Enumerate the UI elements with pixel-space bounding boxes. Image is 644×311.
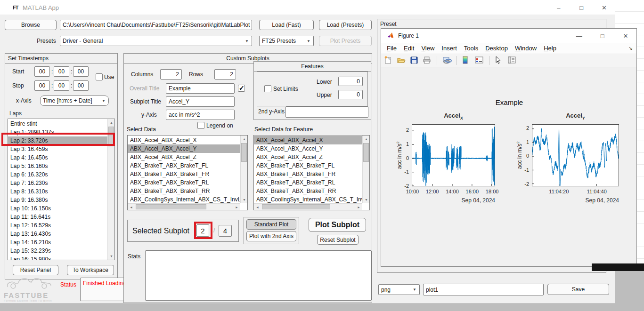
plot-with-2nd-axis-button[interactable]: Plot with 2nd Axis bbox=[246, 231, 296, 241]
format-dropdown[interactable]: png▼ bbox=[378, 284, 420, 295]
list-item[interactable]: Lap 15: 32.239s bbox=[8, 247, 107, 255]
laps-listbox[interactable]: Entire stintLap 1: 2898.137sLap 2: 33.72… bbox=[8, 119, 115, 260]
property-editor-icon[interactable] bbox=[507, 56, 517, 65]
stop-minute-field[interactable]: 00 bbox=[54, 80, 69, 91]
selected-subplot-current[interactable]: 2 bbox=[196, 224, 209, 237]
menu-tools[interactable]: Tools bbox=[464, 45, 478, 52]
list-item[interactable]: Lap 3: 16.459s bbox=[8, 145, 107, 153]
menu-insert[interactable]: Insert bbox=[441, 45, 457, 52]
ft25-presets-dropdown[interactable]: FT25 Presets▼ bbox=[259, 36, 314, 46]
stats-textarea[interactable] bbox=[145, 250, 372, 301]
figure-close-button[interactable]: ✕ bbox=[615, 29, 636, 43]
set-limits-checkbox[interactable] bbox=[264, 85, 271, 92]
open-file-icon[interactable] bbox=[397, 56, 406, 65]
plot-presets-button[interactable]: Plot Presets bbox=[319, 36, 372, 46]
list-item[interactable]: ABX_BrakeT_ABX_BrakeT_RL bbox=[128, 178, 240, 187]
list-item[interactable]: ABX_Accel_ABX_Accel_Y bbox=[254, 144, 362, 153]
stop-hour-field[interactable]: 00 bbox=[34, 80, 50, 91]
presets-dropdown[interactable]: Driver - General▼ bbox=[60, 36, 252, 46]
dock-arrow-icon[interactable]: ↘ bbox=[628, 45, 633, 51]
x-axis-dropdown[interactable]: Time [h:m:s + Date]▼ bbox=[40, 96, 109, 106]
menu-window[interactable]: Window bbox=[515, 45, 537, 52]
list-item[interactable]: Lap 14: 16.210s bbox=[8, 238, 107, 247]
list-item[interactable]: ABX_Accel_ABX_Accel_X bbox=[254, 136, 362, 144]
menu-help[interactable]: Help bbox=[544, 45, 556, 52]
upper-field[interactable]: 0 bbox=[338, 90, 363, 99]
overall-title-checkbox[interactable] bbox=[238, 85, 245, 92]
use-checkbox[interactable] bbox=[96, 73, 103, 80]
list-item[interactable]: Lap 2: 33.720s bbox=[8, 136, 107, 145]
filename-field[interactable]: plot1 bbox=[423, 284, 544, 295]
list-item[interactable]: Lap 9: 16.380s bbox=[8, 196, 107, 204]
list-item[interactable]: ABX_CoolingSys_Internal_ABX_CS_T_InvL bbox=[254, 195, 362, 203]
list-item[interactable]: ABX_Accel_ABX_Accel_Z bbox=[254, 153, 362, 161]
scroll-down-icon[interactable]: ▼ bbox=[363, 196, 370, 203]
list-item[interactable]: Lap 7: 16.230s bbox=[8, 179, 107, 187]
load-fast-button[interactable]: Load (Fast) bbox=[259, 20, 314, 30]
list-item[interactable]: ABX_BrakeT_ABX_BrakeT_FL bbox=[254, 161, 362, 170]
load-presets-button[interactable]: Load (Presets) bbox=[319, 20, 372, 30]
list-item[interactable]: ABX_BrakeT_ABX_BrakeT_FR bbox=[254, 170, 362, 178]
scroll-thumb[interactable] bbox=[241, 143, 247, 162]
maximize-button[interactable]: □ bbox=[571, 0, 592, 15]
list-item[interactable]: Lap 10: 16.150s bbox=[8, 204, 107, 213]
list-item[interactable]: ABX_BrakeT_ABX_BrakeT_RL bbox=[254, 178, 362, 187]
reset-subplot-button[interactable]: Reset Subplot bbox=[317, 235, 359, 245]
list-item[interactable]: ABX_BrakeT_ABX_BrakeT_RR bbox=[254, 187, 362, 195]
figure-minimize-button[interactable]: — bbox=[568, 29, 590, 43]
list-item[interactable]: ABX_Accel_ABX_Accel_Z bbox=[128, 153, 240, 161]
feature-data-listbox[interactable]: ABX_Accel_ABX_Accel_XABX_Accel_ABX_Accel… bbox=[253, 135, 370, 210]
list-item[interactable]: ABX_BrakeT_ABX_BrakeT_FR bbox=[128, 170, 240, 178]
overall-title-field[interactable]: Example bbox=[166, 83, 235, 94]
y-axis-field[interactable]: acc in m/s^2 bbox=[166, 110, 235, 120]
pointer-icon[interactable] bbox=[494, 56, 504, 65]
figure-maximize-button[interactable]: □ bbox=[592, 29, 613, 43]
scroll-down-icon[interactable]: ▼ bbox=[241, 196, 248, 203]
list-item[interactable]: Lap 11: 16.641s bbox=[8, 213, 107, 221]
figure-titlebar[interactable]: Figure 1 — □ ✕ bbox=[381, 29, 636, 43]
start-second-field[interactable]: 00 bbox=[73, 66, 89, 77]
list-item[interactable]: Lap 13: 16.430s bbox=[8, 230, 107, 238]
menu-edit[interactable]: Edit bbox=[404, 45, 414, 52]
scroll-left-icon[interactable]: ◄ bbox=[128, 204, 135, 210]
list-item[interactable]: Entire stint bbox=[8, 120, 107, 128]
list-item[interactable]: Lap 16: 15.980s bbox=[8, 255, 107, 260]
colormap-icon[interactable] bbox=[462, 56, 471, 65]
legend-icon[interactable] bbox=[475, 56, 484, 65]
start-minute-field[interactable]: 00 bbox=[54, 66, 69, 77]
list-item[interactable]: Lap 6: 16.320s bbox=[8, 170, 107, 179]
save-button[interactable]: Save bbox=[547, 284, 609, 295]
second-y-axis-field[interactable] bbox=[285, 106, 368, 118]
list-item[interactable]: ABX_Accel_ABX_Accel_Y bbox=[128, 144, 240, 153]
link-plot-icon[interactable] bbox=[442, 56, 452, 65]
scroll-thumb[interactable] bbox=[108, 127, 114, 146]
list-item[interactable]: Lap 5: 16.160s bbox=[8, 162, 107, 170]
data-scrollbar-h[interactable]: ◄ ► bbox=[128, 203, 240, 210]
list-item[interactable]: ABX_BrakeT_ABX_BrakeT_FL bbox=[128, 161, 240, 170]
scroll-up-icon[interactable]: ▲ bbox=[241, 136, 248, 143]
reset-panel-button[interactable]: Reset Panel bbox=[13, 265, 58, 275]
minimize-button[interactable]: – bbox=[548, 0, 569, 15]
stop-second-field[interactable]: 00 bbox=[73, 80, 89, 91]
columns-field[interactable]: 2 bbox=[160, 69, 182, 80]
feature-scrollbar-v[interactable]: ▲ ▼ bbox=[362, 136, 369, 203]
data-scrollbar-v[interactable]: ▲ ▼ bbox=[240, 136, 247, 203]
lower-field[interactable]: 0 bbox=[338, 77, 363, 86]
menu-view[interactable]: View bbox=[421, 45, 434, 52]
subplot-title-field[interactable]: Accel_Y bbox=[166, 96, 235, 107]
scroll-thumb[interactable] bbox=[262, 204, 330, 209]
list-item[interactable]: Lap 4: 16.450s bbox=[8, 153, 107, 162]
plot-subplot-button[interactable]: Plot Subplot bbox=[309, 218, 366, 232]
list-item[interactable]: Lap 1: 2898.137s bbox=[8, 128, 107, 136]
feature-scrollbar-h[interactable]: ◄ ► bbox=[254, 203, 362, 210]
menu-desktop[interactable]: Desktop bbox=[485, 45, 508, 52]
scroll-up-icon[interactable]: ▲ bbox=[108, 119, 115, 126]
scroll-up-icon[interactable]: ▲ bbox=[363, 136, 370, 143]
menu-file[interactable]: File bbox=[387, 45, 397, 52]
scroll-down-icon[interactable]: ▼ bbox=[108, 253, 115, 260]
scroll-thumb[interactable] bbox=[136, 204, 206, 209]
laps-scrollbar[interactable]: ▲ ▼ bbox=[107, 119, 114, 260]
file-path-input[interactable]: C:\Users\Vincent Chau\Documents\Fasttube… bbox=[60, 20, 252, 30]
list-item[interactable]: ABX_BrakeT_ABX_BrakeT_RR bbox=[128, 187, 240, 195]
new-figure-icon[interactable] bbox=[384, 56, 393, 65]
